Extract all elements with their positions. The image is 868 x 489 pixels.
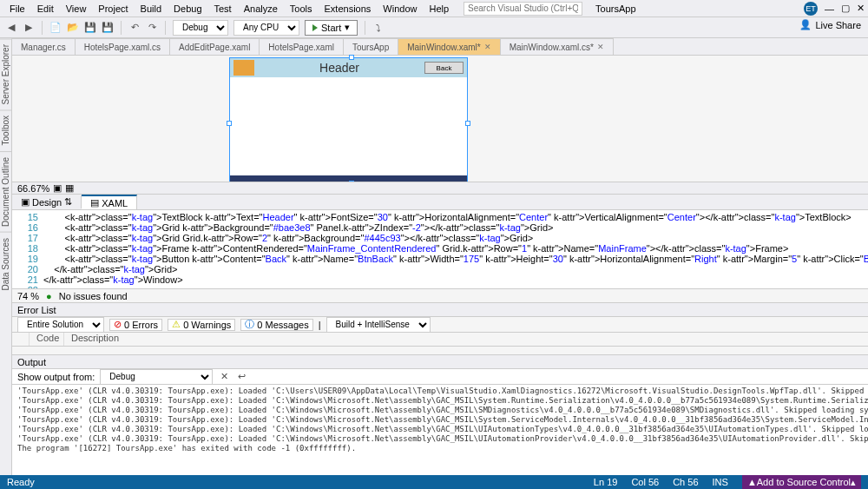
output-clear-icon[interactable]: ✕ — [218, 371, 230, 383]
tab-xaml[interactable]: ▤ XAML — [82, 195, 137, 209]
close-icon[interactable]: ✕ — [857, 3, 865, 14]
canvas-header-text: Header — [254, 61, 424, 75]
build-intellisense-select[interactable]: Build + IntelliSense — [326, 317, 431, 333]
menu-bar: File Edit View Project Build Debug Test … — [0, 0, 868, 17]
user-avatar[interactable]: ET — [804, 2, 818, 16]
warnings-filter[interactable]: ⚠0 Warnings — [168, 319, 235, 331]
menu-help[interactable]: Help — [423, 2, 455, 16]
menu-view[interactable]: View — [60, 2, 93, 16]
error-scope-select[interactable]: Entire Solution — [17, 317, 104, 333]
xaml-designer[interactable]: Header Back 66.67% ▣ ▦ — [12, 56, 868, 195]
menu-window[interactable]: Window — [377, 2, 423, 16]
save-icon[interactable]: 💾 — [84, 22, 96, 34]
tab-close-icon[interactable]: ✕ — [484, 43, 491, 51]
maximize-icon[interactable]: ▢ — [841, 3, 850, 14]
quick-launch-input[interactable] — [464, 2, 582, 16]
status-ins: INS — [713, 477, 728, 487]
doc-tab-2[interactable]: AddEditPage.xaml — [170, 38, 260, 55]
document-tabs: Manager.csHotelsPage.xaml.csAddEditPage.… — [12, 38, 868, 56]
menu-project[interactable]: Project — [92, 2, 134, 16]
redo-icon[interactable]: ↷ — [146, 22, 158, 34]
tab-close-icon[interactable]: ✕ — [597, 43, 604, 51]
start-debug-button[interactable]: Start▾ — [305, 20, 358, 36]
zoom-fit-icon[interactable]: ▣ — [53, 182, 62, 194]
main-toolbar: ◀ ▶ 📄 📂 💾 💾 ↶ ↷ Debug Any CPU Start▾ ⤵ — [0, 17, 868, 38]
error-list-title: Error List — [17, 305, 56, 315]
output-panel: Output Show output from: Debug ✕ ↩ 'Tour… — [12, 354, 868, 475]
menu-test[interactable]: Test — [208, 2, 238, 16]
status-ready: Ready — [7, 477, 35, 487]
open-icon[interactable]: 📂 — [67, 22, 79, 34]
design-canvas[interactable]: Header Back — [229, 57, 468, 183]
grid-toggle-icon[interactable]: ▦ — [65, 182, 74, 194]
add-source-control-button[interactable]: ▲ Add to Source Control ▴ — [742, 475, 861, 489]
xaml-editor[interactable]: 151617181920212223 <k-attr">class="k-tag… — [12, 210, 868, 288]
step-icon[interactable]: ⤵ — [372, 22, 385, 34]
play-icon — [312, 24, 318, 31]
status-line: Ln 19 — [594, 477, 618, 487]
errors-filter[interactable]: ⊘0 Errors — [109, 319, 162, 331]
doc-tab-6[interactable]: MainWindow.xaml.cs*✕ — [501, 38, 614, 55]
output-title: Output — [17, 357, 46, 367]
menu-edit[interactable]: Edit — [31, 2, 60, 16]
doc-tab-0[interactable]: Manager.cs — [12, 38, 76, 55]
new-project-icon[interactable]: 📄 — [49, 22, 62, 34]
save-all-icon[interactable]: 💾 — [102, 22, 114, 34]
doc-tab-4[interactable]: ToursApp — [344, 38, 398, 55]
output-wrap-icon[interactable]: ↩ — [235, 371, 247, 383]
doc-tab-3[interactable]: HotelsPage.xaml — [260, 38, 344, 55]
zoom-level[interactable]: 66.67% — [17, 183, 49, 194]
minimize-icon[interactable]: — — [825, 3, 834, 14]
issues-pct: 74 % — [17, 291, 39, 301]
left-sidebar: Server Explorer Toolbox Document Outline… — [0, 38, 12, 475]
tab-document-outline[interactable]: Document Outline — [0, 151, 11, 232]
nav-back-icon[interactable]: ◀ — [5, 22, 17, 34]
issues-text: No issues found — [59, 291, 128, 301]
liveshare-icon: 👤 — [799, 19, 812, 30]
menu-extensions[interactable]: Extensions — [319, 2, 378, 16]
config-select[interactable]: Debug — [173, 20, 228, 36]
status-ch: Ch 56 — [673, 477, 698, 487]
split-tabs: ▣ Design ⇅ ▤ XAML ⚡ ContentRendered — [12, 195, 868, 210]
menu-file[interactable]: File — [3, 2, 31, 16]
tab-toolbox[interactable]: Toolbox — [0, 109, 11, 150]
output-text[interactable]: 'ToursApp.exe' (CLR v4.0.30319: ToursApp… — [12, 385, 868, 475]
messages-filter[interactable]: ⓘ0 Messages — [240, 319, 312, 331]
doc-tab-5[interactable]: MainWindow.xaml*✕ — [398, 38, 500, 55]
menu-build[interactable]: Build — [135, 2, 168, 16]
live-share-button[interactable]: 👤Live Share — [799, 19, 861, 30]
status-bar: Ready Ln 19 Col 56 Ch 56 INS ▲ Add to So… — [0, 475, 868, 489]
output-from-label: Show output from: — [17, 372, 95, 382]
status-col: Col 56 — [631, 477, 659, 487]
window-icon — [233, 60, 254, 76]
platform-select[interactable]: Any CPU — [233, 20, 299, 36]
tab-design[interactable]: ▣ Design ⇅ — [12, 195, 82, 208]
check-icon: ● — [46, 291, 52, 301]
output-source-select[interactable]: Debug — [100, 369, 213, 385]
menu-analyze[interactable]: Analyze — [238, 2, 284, 16]
menu-debug[interactable]: Debug — [168, 2, 207, 16]
app-title: ToursApp — [589, 2, 641, 16]
canvas-back-button[interactable]: Back — [424, 62, 464, 74]
menu-tools[interactable]: Tools — [284, 2, 319, 16]
error-list-panel: Error List Entire Solution ⊘0 Errors ⚠0 … — [12, 302, 868, 354]
nav-fwd-icon[interactable]: ▶ — [23, 22, 35, 34]
error-columns: Code Description Project File Line Suppr… — [12, 333, 868, 347]
doc-tab-1[interactable]: HotelsPage.xaml.cs — [76, 38, 170, 55]
tab-server-explorer[interactable]: Server Explorer — [0, 38, 11, 109]
undo-icon[interactable]: ↶ — [128, 22, 141, 34]
tab-data-sources[interactable]: Data Sources — [0, 232, 11, 296]
